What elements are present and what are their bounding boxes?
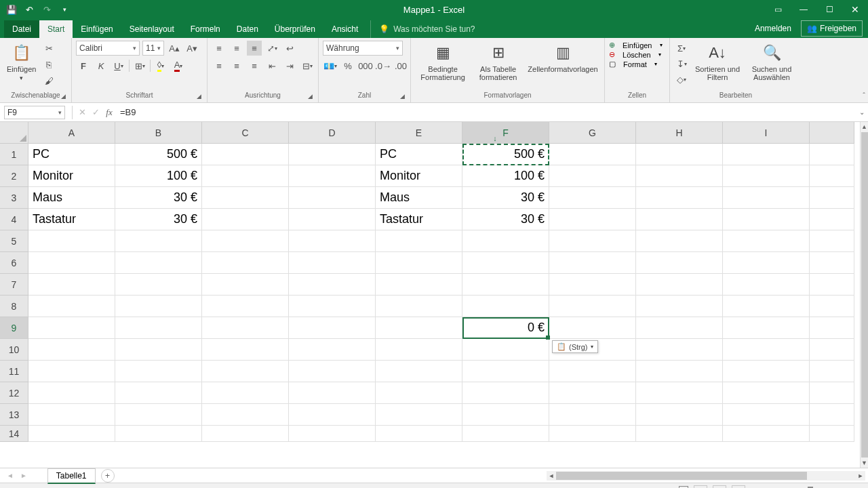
- dialog-launcher-icon[interactable]: ◢: [197, 93, 201, 100]
- cell-E10[interactable]: [376, 339, 462, 361]
- cell-C6[interactable]: [202, 252, 289, 274]
- cell-I13[interactable]: [723, 404, 810, 426]
- cell-B1[interactable]: 500 €: [115, 144, 202, 165]
- cell-J2[interactable]: [810, 165, 854, 187]
- cells-area[interactable]: PC500 €PC500 €Monitor100 €Monitor100 €Ma…: [28, 144, 860, 468]
- cell-J4[interactable]: [810, 209, 854, 230]
- align-bottom-icon[interactable]: ≡: [247, 41, 262, 56]
- cell-F7[interactable]: [462, 274, 549, 296]
- collapse-ribbon-icon[interactable]: ˆ: [863, 92, 865, 100]
- page-break-view-icon[interactable]: ▥: [732, 485, 745, 489]
- sign-in-link[interactable]: Anmelden: [748, 20, 798, 37]
- tab-file[interactable]: Datei: [4, 20, 39, 38]
- cell-H10[interactable]: [636, 339, 723, 361]
- cell-D1[interactable]: [289, 144, 376, 165]
- row-header-14[interactable]: 14: [0, 426, 28, 442]
- cell-J1[interactable]: [810, 144, 854, 165]
- cell-B7[interactable]: [115, 274, 202, 296]
- col-header-J[interactable]: [810, 122, 854, 144]
- cell-E5[interactable]: [376, 230, 462, 252]
- cell-C11[interactable]: [202, 361, 289, 382]
- cell-C10[interactable]: [202, 339, 289, 361]
- cell-F8[interactable]: [462, 296, 549, 317]
- page-layout-view-icon[interactable]: ▤: [713, 485, 726, 489]
- cell-A13[interactable]: [28, 404, 115, 426]
- vertical-scrollbar[interactable]: ▲ ▼: [860, 122, 868, 468]
- cell-I9[interactable]: [723, 317, 810, 339]
- row-headers[interactable]: 1234567891011121314: [0, 144, 28, 468]
- col-header-B[interactable]: B: [115, 122, 202, 144]
- cell-E8[interactable]: [376, 296, 462, 317]
- italic-icon[interactable]: K: [94, 58, 108, 73]
- cell-D12[interactable]: [289, 382, 376, 404]
- row-header-1[interactable]: 1: [0, 144, 28, 165]
- cell-E9[interactable]: [376, 317, 462, 339]
- cell-C4[interactable]: [202, 209, 289, 230]
- cell-G13[interactable]: [549, 404, 636, 426]
- cell-H7[interactable]: [636, 274, 723, 296]
- orientation-icon[interactable]: ⤢▾: [264, 41, 279, 56]
- cell-I8[interactable]: [723, 296, 810, 317]
- cell-G6[interactable]: [549, 252, 636, 274]
- accept-formula-icon[interactable]: ✓: [89, 106, 102, 119]
- align-right-icon[interactable]: ≡: [247, 58, 262, 73]
- borders-icon[interactable]: ⊞▾: [132, 58, 147, 73]
- cell-B13[interactable]: [115, 404, 202, 426]
- cell-D11[interactable]: [289, 361, 376, 382]
- select-all-corner[interactable]: [0, 122, 28, 144]
- cell-E2[interactable]: Monitor: [376, 165, 462, 187]
- fill-icon[interactable]: ↧▾: [674, 56, 689, 71]
- cell-A5[interactable]: [28, 230, 115, 252]
- tab-data[interactable]: Daten: [229, 20, 267, 38]
- cell-J14[interactable]: [810, 426, 854, 442]
- cell-G2[interactable]: [549, 165, 636, 187]
- cell-D2[interactable]: [289, 165, 376, 187]
- font-color-icon[interactable]: A▾: [171, 58, 186, 73]
- cell-E7[interactable]: [376, 274, 462, 296]
- cell-J7[interactable]: [810, 274, 854, 296]
- new-sheet-button[interactable]: +: [101, 469, 115, 483]
- cell-G9[interactable]: [549, 317, 636, 339]
- cell-E14[interactable]: [376, 426, 462, 442]
- cell-D13[interactable]: [289, 404, 376, 426]
- font-name-select[interactable]: Calibri▾: [76, 41, 140, 56]
- dialog-launcher-icon[interactable]: ◢: [308, 93, 313, 100]
- format-cells-button[interactable]: ▢ Format ▾: [609, 60, 657, 68]
- row-header-11[interactable]: 11: [0, 361, 28, 382]
- cell-H5[interactable]: [636, 230, 723, 252]
- paste-options-button[interactable]: 📋 (Strg) ▾: [552, 340, 598, 353]
- bold-icon[interactable]: F: [76, 58, 91, 73]
- cell-J12[interactable]: [810, 382, 854, 404]
- find-select-button[interactable]: 🔍Suchen und Auswählen: [746, 41, 797, 83]
- cell-H3[interactable]: [636, 187, 723, 209]
- ribbon-display-icon[interactable]: ▭: [765, 0, 791, 19]
- cell-A11[interactable]: [28, 361, 115, 382]
- cell-E3[interactable]: Maus: [376, 187, 462, 209]
- cell-B4[interactable]: 30 €: [115, 209, 202, 230]
- col-header-G[interactable]: G: [549, 122, 636, 144]
- col-header-C[interactable]: C: [202, 122, 289, 144]
- cell-E11[interactable]: [376, 361, 462, 382]
- sheet-nav-next-icon[interactable]: ►: [18, 472, 30, 479]
- macro-record-icon[interactable]: [679, 486, 688, 489]
- cell-G14[interactable]: [549, 426, 636, 442]
- comma-icon[interactable]: 000: [358, 58, 373, 73]
- indent-increase-icon[interactable]: ⇥: [282, 58, 297, 73]
- cell-J6[interactable]: [810, 252, 854, 274]
- row-header-6[interactable]: 6: [0, 252, 28, 274]
- clear-icon[interactable]: ◇▾: [674, 72, 689, 87]
- cell-B10[interactable]: [115, 339, 202, 361]
- spreadsheet-grid[interactable]: A B C D E ↓F G H I 1234567891011121314 P…: [0, 122, 868, 468]
- number-format-select[interactable]: Währung▾: [323, 41, 403, 56]
- cell-B5[interactable]: [115, 230, 202, 252]
- cell-J11[interactable]: [810, 361, 854, 382]
- cell-I12[interactable]: [723, 382, 810, 404]
- decrease-decimal-icon[interactable]: .00: [393, 58, 408, 73]
- dialog-launcher-icon[interactable]: ◢: [61, 93, 66, 100]
- row-header-8[interactable]: 8: [0, 296, 28, 317]
- shrink-font-icon[interactable]: A▾: [184, 41, 199, 56]
- cell-F1[interactable]: 500 €: [462, 144, 549, 165]
- cell-B12[interactable]: [115, 382, 202, 404]
- cell-J10[interactable]: [810, 339, 854, 361]
- align-middle-icon[interactable]: ≡: [229, 41, 244, 56]
